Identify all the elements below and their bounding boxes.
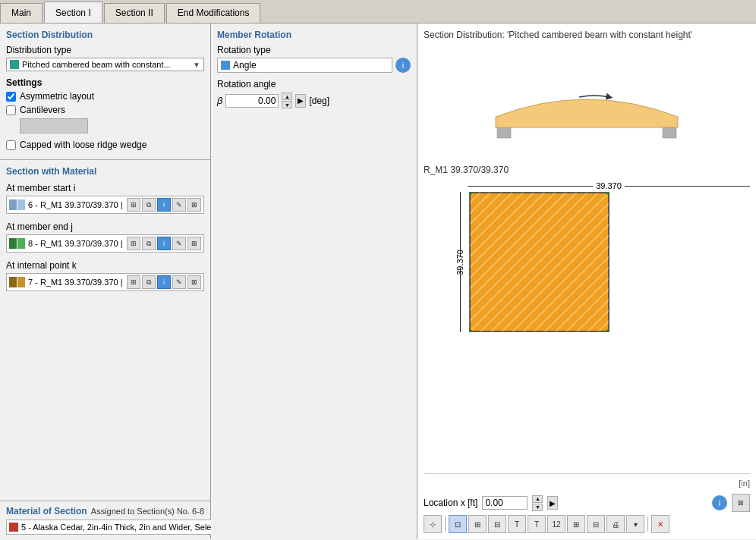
beta-label: β (217, 95, 222, 106)
angle-input[interactable] (225, 94, 279, 108)
rotation-swatch (221, 61, 230, 70)
tab-end-modifications[interactable]: End Modifications (166, 3, 261, 23)
swatch-2 (17, 277, 25, 287)
beam-svg (480, 50, 693, 149)
rotation-type-row: Angle i (217, 58, 411, 73)
material-row: 5 - Alaska Cedar, 2in-4in Thick, 2in and… (6, 520, 204, 535)
cross-section-svg (469, 192, 610, 332)
member-start-icon-2[interactable]: ⧉ (142, 198, 156, 212)
member-end-icon-info[interactable]: i (157, 237, 171, 250)
member-internal-icons: ⊞ ⧉ i ✎ ⊠ (127, 275, 201, 289)
rotation-type-dropdown[interactable]: Angle (217, 58, 392, 73)
location-arrow-button[interactable]: ▶ (547, 496, 558, 510)
member-internal-icon-1[interactable]: ⊞ (127, 275, 140, 289)
toolbar-btn-2[interactable]: ⊞ (468, 515, 487, 533)
member-internal-icon-3[interactable]: ✎ (172, 275, 186, 289)
swatch-1 (9, 199, 17, 210)
location-spin-up[interactable]: ▲ (532, 495, 543, 503)
member-internal-group: At internal point k 7 - R_M1 39.370/39.3… (6, 260, 204, 291)
tab-section-i[interactable]: Section I (44, 2, 102, 23)
toolbar-btn-print[interactable]: 🖨 (606, 515, 625, 533)
left-panel: Section Distribution Distribution type P… (0, 24, 211, 539)
right-bottom: [in] Location x [ft] ▲ ▼ ▶ i ⊠ ⊹ ⊡ ⊞ ⊟ (424, 473, 750, 533)
member-start-text: 6 - R_M1 39.370/39.370 | 5 - Alaska Ceda… (28, 200, 125, 209)
dist-type-label: Distribution type (6, 45, 204, 55)
member-end-icon-1[interactable]: ⊞ (127, 237, 140, 250)
member-internal-icon-info[interactable]: i (157, 275, 171, 289)
cantilevers-label: Cantilevers (20, 105, 65, 115)
units-label: [in] (739, 479, 750, 488)
cross-section-container: 39.370 39.370 (454, 181, 750, 332)
member-end-icon-3[interactable]: ✎ (172, 237, 186, 250)
capped-checkbox[interactable] (6, 140, 16, 150)
member-start-group: At member start i 6 - R_M1 39.370/39.370… (6, 183, 204, 214)
toolbar-btn-num[interactable]: 12 (547, 515, 565, 533)
tab-main[interactable]: Main (0, 3, 43, 23)
toolbar-btn-arrow[interactable]: ▾ (626, 515, 644, 533)
cantilevers-checkbox[interactable] (6, 105, 16, 115)
location-spinners: ▲ ▼ (532, 495, 543, 511)
deg-label: [deg] (309, 96, 329, 106)
width-line-right (625, 186, 750, 187)
member-start-icon-info[interactable]: i (157, 198, 171, 212)
rotation-value: Angle (233, 60, 389, 71)
width-line-left (468, 186, 593, 187)
member-end-text: 8 - R_M1 39.370/39.370 | 5 - Alaska Ceda… (28, 239, 125, 248)
member-internal-row[interactable]: 7 - R_M1 39.370/39.370 | 5 - Alaska Ceda… (6, 273, 204, 291)
cross-section-main: 39.370 (454, 192, 750, 332)
swatch-2 (17, 199, 25, 210)
location-icon-1[interactable]: ⊠ (732, 494, 750, 512)
location-input[interactable] (482, 496, 528, 510)
member-end-icons: ⊞ ⧉ i ✎ ⊠ (127, 237, 201, 250)
rotation-type-label: Rotation type (217, 45, 411, 55)
member-internal-text: 7 - R_M1 39.370/39.370 | 5 - Alaska Ceda… (28, 278, 125, 287)
member-start-row[interactable]: 6 - R_M1 39.370/39.370 | 5 - Alaska Ceda… (6, 196, 204, 214)
toolbar-btn-T1[interactable]: T (508, 515, 526, 533)
right-panel: Section Distribution: 'Pitched cambered … (417, 24, 756, 539)
location-label: Location x [ft] (424, 498, 477, 508)
toolbar-btn-grid2[interactable]: ⊟ (587, 515, 605, 533)
asymmetric-layout-checkbox[interactable] (6, 92, 16, 102)
toolbar-btn-x[interactable]: ✕ (651, 515, 669, 533)
member-internal-icon-2[interactable]: ⧉ (142, 275, 156, 289)
toolbar-btn-T2[interactable]: T (528, 515, 546, 533)
location-spin-down[interactable]: ▼ (532, 504, 543, 511)
toolbar-sep-2 (647, 516, 648, 532)
rotation-angle-label: Rotation angle (217, 79, 411, 89)
height-line-top (460, 192, 461, 256)
toolbar-btn-3[interactable]: ⊟ (488, 515, 506, 533)
toolbar-sep-1 (445, 516, 446, 532)
middle-panel: Member Rotation Rotation type Angle i Ro… (211, 24, 417, 539)
toolbar-btn-1[interactable]: ⊹ (424, 515, 442, 533)
section-with-material-header: Section with Material (6, 166, 204, 177)
angle-arrow-button[interactable]: ▶ (295, 94, 306, 108)
toolbar-btn-grid1[interactable]: ⊞ (567, 515, 585, 533)
toolbar-btn-select[interactable]: ⊡ (449, 515, 467, 533)
height-line-bottom (460, 268, 461, 333)
beam-diagram (424, 46, 750, 152)
member-start-swatch (9, 199, 25, 210)
member-internal-swatch (9, 277, 25, 287)
tab-section-ii[interactable]: Section II (104, 3, 165, 23)
dist-type-dropdown[interactable]: Pitched cambered beam with constant... ▼ (6, 58, 204, 71)
member-end-swatch (9, 238, 25, 249)
member-start-icon-3[interactable]: ✎ (172, 198, 186, 212)
member-start-icon-4[interactable]: ⊠ (187, 198, 201, 212)
location-info-button[interactable]: i (712, 495, 727, 510)
member-end-icon-2[interactable]: ⧉ (142, 237, 156, 250)
member-internal-icon-4[interactable]: ⊠ (187, 275, 201, 289)
spin-down-button[interactable]: ▼ (282, 101, 292, 108)
member-start-label: At member start i (6, 183, 204, 193)
member-end-row[interactable]: 8 - R_M1 39.370/39.370 | 5 - Alaska Ceda… (6, 234, 204, 253)
material-header: Material of Section Assigned to Section(… (6, 506, 204, 516)
width-dim-row: 39.370 (468, 181, 750, 190)
rotation-info-button[interactable]: i (395, 58, 411, 73)
member-end-icon-4[interactable]: ⊠ (187, 237, 201, 250)
capped-label: Capped with loose ridge wedge (20, 140, 146, 150)
spin-up-button[interactable]: ▲ (282, 93, 292, 100)
section-distribution-header: Section Distribution (6, 30, 204, 40)
dist-type-value: Pitched cambered beam with constant... (22, 60, 193, 69)
cantilevers-button[interactable] (20, 118, 88, 133)
member-start-icon-1[interactable]: ⊞ (127, 198, 140, 212)
section-distribution-panel: Section Distribution Distribution type P… (0, 24, 210, 160)
